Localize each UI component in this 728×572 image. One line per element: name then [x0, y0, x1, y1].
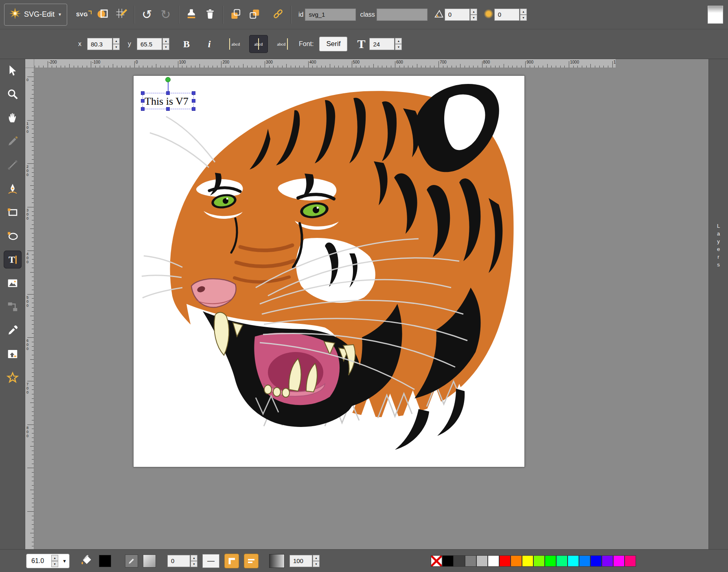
palette-swatch[interactable]	[625, 555, 636, 567]
move-to-bottom-button[interactable]	[226, 4, 245, 25]
spin-down-icon[interactable]: ▼	[313, 561, 320, 567]
palette-swatch-none[interactable]	[431, 555, 442, 567]
image-tool-button[interactable]	[4, 274, 22, 292]
spin-up-icon[interactable]: ▲	[51, 555, 58, 561]
palette-swatch[interactable]	[613, 555, 625, 567]
linecap-button[interactable]	[244, 554, 259, 568]
selection-handle-se[interactable]	[192, 107, 195, 111]
document-properties-button[interactable]	[93, 4, 112, 25]
spin-up-icon[interactable]: ▲	[113, 38, 120, 44]
y-spinner[interactable]: ▲▼	[162, 38, 169, 50]
opacity-gradient-icon[interactable]	[269, 554, 285, 568]
angle-spinner[interactable]: ▲▼	[470, 9, 477, 21]
spin-down-icon[interactable]: ▼	[113, 44, 120, 50]
font-family-button[interactable]: Serif	[319, 37, 347, 51]
zoom-dropdown-caret-icon[interactable]: ▼	[62, 559, 67, 563]
select-tool-button[interactable]	[4, 62, 22, 79]
selection-handle-e[interactable]	[192, 99, 195, 103]
selection-handle-w[interactable]	[141, 99, 145, 103]
make-link-button[interactable]	[269, 4, 287, 25]
editor-preferences-button[interactable]	[112, 4, 131, 25]
palette-swatch[interactable]	[590, 555, 602, 567]
spin-down-icon[interactable]: ▼	[520, 15, 527, 21]
text-anchor-start-button[interactable]: abcd	[226, 35, 245, 53]
undo-button[interactable]: ↺	[138, 4, 156, 25]
text-anchor-end-button[interactable]: abcd	[272, 35, 291, 53]
palette-swatch[interactable]	[511, 555, 522, 567]
element-class-input[interactable]	[377, 9, 428, 21]
angle-input[interactable]	[445, 9, 470, 21]
clone-button[interactable]	[182, 4, 201, 25]
pan-tool-button[interactable]	[4, 109, 22, 127]
palette-swatch[interactable]	[499, 555, 511, 567]
italic-button[interactable]: i	[202, 35, 217, 53]
zoom-tool-button[interactable]	[4, 85, 22, 103]
tiger-artwork[interactable]	[134, 76, 524, 467]
blur-spinner[interactable]: ▲▼	[520, 9, 527, 21]
blur-input[interactable]	[494, 9, 520, 21]
palette-swatch[interactable]	[442, 555, 454, 567]
selection-handle-n[interactable]	[166, 91, 170, 95]
text-anchor-middle-button[interactable]: abcd	[249, 35, 268, 53]
palette-swatch[interactable]	[488, 555, 499, 567]
opacity-spinner[interactable]: ▲▼	[313, 555, 320, 567]
shape-library-tool-button[interactable]	[4, 345, 22, 363]
svg-canvas[interactable]: This is V7	[134, 76, 524, 467]
text-tool-button[interactable]: T	[4, 251, 22, 268]
star-tool-button[interactable]	[4, 369, 22, 387]
source-editor-button[interactable]: SVG	[75, 4, 93, 25]
fill-color-swatch[interactable]	[99, 555, 111, 567]
spin-up-icon[interactable]: ▲	[313, 555, 320, 561]
spin-down-icon[interactable]: ▼	[395, 44, 402, 50]
bold-button[interactable]: B	[179, 35, 194, 53]
selection-handle-ne[interactable]	[192, 91, 195, 95]
x-input[interactable]	[87, 38, 112, 50]
y-input[interactable]	[137, 38, 162, 50]
stroke-color-swatch[interactable]	[143, 554, 156, 568]
ellipse-tool-button[interactable]	[4, 227, 22, 245]
spin-up-icon[interactable]: ▲	[162, 38, 169, 44]
zoom-spinner[interactable]: ▲▼	[51, 555, 58, 567]
font-size-input[interactable]	[369, 38, 395, 50]
spin-down-icon[interactable]: ▼	[470, 15, 477, 21]
background-color-swatch[interactable]	[708, 6, 723, 24]
selection-handle-nw[interactable]	[141, 91, 145, 95]
stroke-width-spinner[interactable]: ▲▼	[191, 555, 197, 567]
selection-handle-s[interactable]	[166, 107, 170, 111]
delete-button[interactable]	[201, 4, 219, 25]
selection-handle-sw[interactable]	[141, 107, 145, 111]
path-tool-button[interactable]	[4, 180, 22, 198]
spin-down-icon[interactable]: ▼	[51, 561, 58, 567]
spin-up-icon[interactable]: ▲	[470, 9, 477, 15]
spin-up-icon[interactable]: ▲	[520, 9, 527, 15]
stroke-width-input[interactable]	[167, 555, 190, 567]
eyedropper-tool-button[interactable]	[4, 321, 22, 339]
pencil-tool-button[interactable]	[4, 132, 22, 150]
palette-swatch[interactable]	[476, 555, 488, 567]
connector-tool-button[interactable]	[4, 298, 22, 316]
redo-button[interactable]: ↻	[156, 4, 175, 25]
palette-swatch[interactable]	[522, 555, 533, 567]
layers-panel-toggle[interactable]: Layers	[708, 59, 728, 549]
rotate-handle[interactable]	[165, 77, 171, 82]
spin-down-icon[interactable]: ▼	[191, 561, 197, 567]
move-to-top-button[interactable]	[245, 4, 264, 25]
element-id-input[interactable]	[305, 9, 356, 21]
palette-swatch[interactable]	[533, 555, 545, 567]
x-spinner[interactable]: ▲▼	[113, 38, 120, 50]
rectangle-tool-button[interactable]	[4, 203, 22, 221]
line-tool-button[interactable]	[4, 156, 22, 174]
palette-swatch[interactable]	[568, 555, 579, 567]
main-menu-button[interactable]: SVG-Edit ▼	[4, 4, 67, 26]
spin-up-icon[interactable]: ▲	[395, 38, 402, 44]
canvas-region[interactable]: This is V7	[34, 68, 708, 549]
spin-down-icon[interactable]: ▼	[162, 44, 169, 50]
palette-swatch[interactable]	[454, 555, 465, 567]
spin-up-icon[interactable]: ▲	[191, 555, 197, 561]
palette-swatch[interactable]	[579, 555, 590, 567]
palette-swatch[interactable]	[465, 555, 476, 567]
linejoin-button[interactable]	[224, 554, 239, 568]
palette-swatch[interactable]	[545, 555, 556, 567]
opacity-input[interactable]	[289, 555, 312, 567]
palette-swatch[interactable]	[602, 555, 613, 567]
